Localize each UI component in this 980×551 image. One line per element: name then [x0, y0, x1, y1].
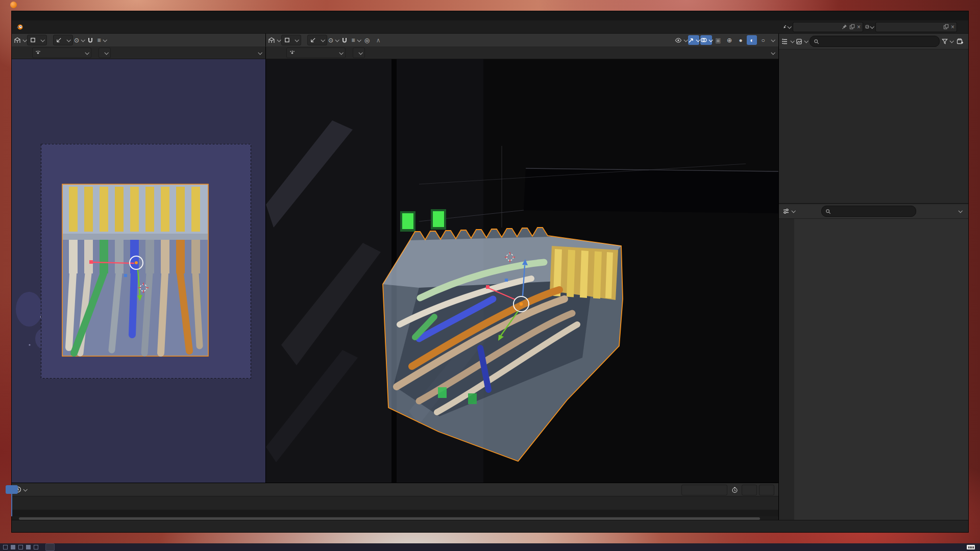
os-taskbar: [0, 543, 980, 551]
xray-toggle-icon[interactable]: ▣: [713, 35, 723, 45]
left-tool-settings: [12, 47, 265, 59]
proportional-falloff-icon[interactable]: ∧: [373, 35, 383, 45]
nav-gizmo[interactable]: [733, 71, 769, 108]
search-icon: [825, 209, 831, 214]
object-visibility-icon[interactable]: [675, 35, 687, 45]
copy-icon[interactable]: [943, 24, 949, 30]
view-layer-browse-icon[interactable]: [865, 23, 873, 31]
shading-wireframe-icon[interactable]: ⊕: [724, 35, 734, 45]
snap-magnet-icon[interactable]: [339, 35, 350, 45]
options-button[interactable]: [769, 52, 774, 55]
unlink-icon[interactable]: ×: [857, 23, 861, 31]
auto-keyframe-clock-icon[interactable]: [729, 485, 740, 495]
camera-viewport[interactable]: [12, 59, 265, 483]
mode-dropdown[interactable]: [281, 35, 301, 45]
left-viewport-header: ⊙ ≡: [12, 34, 265, 47]
current-frame-field[interactable]: [681, 485, 727, 495]
main-viewport[interactable]: [265, 59, 778, 483]
properties-tab-column: [779, 219, 794, 521]
timeline-editor[interactable]: [12, 483, 778, 520]
shading-solid-icon[interactable]: ●: [736, 35, 746, 45]
playhead-line[interactable]: [11, 494, 12, 516]
taskbar-icon[interactable]: [26, 545, 31, 549]
main-viewport-canvas[interactable]: [266, 59, 778, 483]
taskbar-icon[interactable]: [11, 545, 15, 549]
timeline-scrollbar[interactable]: [19, 517, 760, 520]
snap-settings-icon[interactable]: ≡: [96, 35, 107, 45]
new-collection-icon[interactable]: [955, 37, 965, 46]
orientation-dropdown[interactable]: [53, 35, 73, 45]
outliner-filter-icon[interactable]: [942, 37, 953, 46]
blender-window: × × ⊙: [12, 11, 968, 532]
show-gizmo-icon[interactable]: [688, 35, 699, 45]
desktop-icon[interactable]: [10, 2, 17, 8]
scene-selector[interactable]: ×: [793, 22, 863, 32]
outliner-header: [779, 34, 968, 49]
editor-type-icon[interactable]: [14, 35, 26, 45]
top-menubar: × ×: [12, 20, 968, 34]
main-viewport-header: ⊙ ≡ ◎ ∧ ▣ ⊕ ● ◐ ○: [265, 34, 778, 47]
outliner-display-mode-icon[interactable]: [782, 37, 794, 46]
pin-icon[interactable]: [842, 24, 847, 30]
status-bar: [12, 520, 968, 532]
properties-search-input[interactable]: [821, 206, 916, 217]
window-titlebar[interactable]: [12, 11, 968, 20]
drag-dropdown[interactable]: [99, 47, 111, 58]
taskbar-icon[interactable]: [18, 545, 23, 549]
search-icon: [814, 39, 819, 44]
connector-pins: [69, 187, 200, 232]
timeline-scrub-strip[interactable]: [12, 510, 778, 516]
nav-gizmo[interactable]: [220, 73, 256, 110]
properties-editor-icon[interactable]: [782, 207, 795, 216]
blender-logo-icon[interactable]: [16, 23, 23, 31]
view-layer-selector[interactable]: ×: [875, 22, 957, 32]
snap-settings-icon[interactable]: ≡: [351, 35, 361, 45]
shading-material-icon[interactable]: ◐: [747, 35, 757, 45]
scene-browse-icon[interactable]: [782, 23, 791, 31]
properties-header: [779, 204, 968, 219]
editor-type-icon[interactable]: [268, 35, 280, 45]
scene-widgets: × ×: [782, 22, 957, 32]
main-tool-settings: [265, 47, 778, 59]
properties-editor: [779, 203, 968, 520]
frame-end-field[interactable]: [759, 485, 774, 495]
proportional-edit-icon[interactable]: ◎: [362, 35, 372, 45]
transform-orientation-dropdown[interactable]: [286, 47, 346, 58]
playhead-current-frame[interactable]: [6, 485, 18, 494]
properties-options-icon[interactable]: [958, 209, 962, 213]
pivot-point-icon[interactable]: ⊙: [74, 35, 84, 45]
snap-magnet-icon[interactable]: [85, 35, 95, 45]
frame-range-fields: [681, 485, 774, 495]
right-panel-column: [778, 34, 968, 520]
outliner-search-input[interactable]: [810, 36, 940, 47]
copy-icon[interactable]: [849, 24, 855, 30]
drag-dropdown[interactable]: [353, 47, 365, 58]
taskbar-icon[interactable]: [3, 545, 8, 549]
options-button[interactable]: [256, 52, 261, 55]
shading-dropdown-icon[interactable]: [771, 38, 775, 42]
outliner-filter-type-icon[interactable]: [796, 37, 807, 46]
desktop-wallpaper: × × ⊙: [0, 0, 980, 551]
properties-panel-body: [794, 219, 969, 521]
outliner-tree: [779, 49, 968, 203]
keyboard-indicator-icon[interactable]: [967, 545, 975, 549]
taskbar-app-button[interactable]: [45, 543, 55, 551]
mode-dropdown[interactable]: [27, 35, 47, 45]
frame-start-field[interactable]: [742, 485, 757, 495]
taskbar-icon[interactable]: [34, 545, 38, 549]
shading-rendered-icon[interactable]: ○: [758, 35, 768, 45]
show-overlays-icon[interactable]: [700, 35, 712, 45]
orientation-dropdown[interactable]: [307, 35, 327, 45]
timeline-header: [12, 483, 778, 496]
camera-viewport-canvas[interactable]: [12, 59, 265, 483]
pivot-point-icon[interactable]: ⊙: [328, 35, 338, 45]
timeline-ruler[interactable]: [12, 496, 778, 510]
remove-icon[interactable]: ×: [951, 23, 954, 31]
transform-orientation-dropdown[interactable]: [32, 47, 91, 58]
